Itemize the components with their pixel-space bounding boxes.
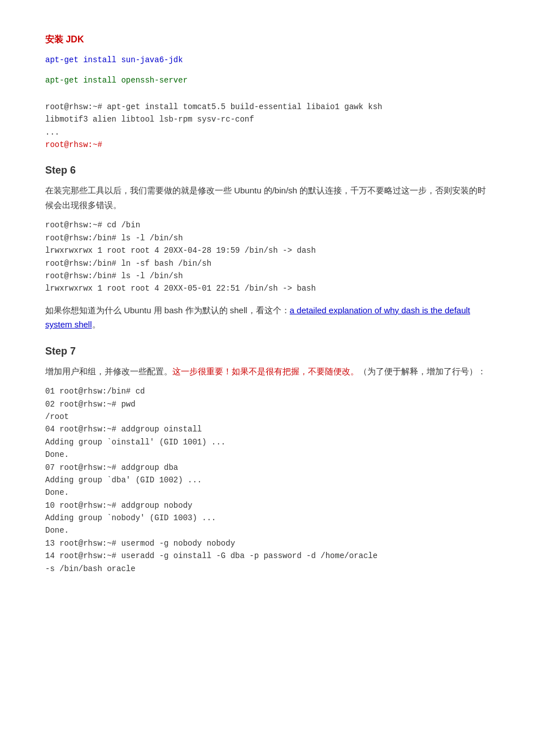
step7-para: 增加用户和组，并修改一些配置。这一步很重要！如果不是很有把握，不要随便改。（为了… [45, 364, 489, 379]
jdk-cmd2: apt-get install openssh-server [45, 76, 188, 85]
jdk-cmd2-block: apt-get install openssh-server [45, 74, 489, 87]
step7-line: Adding group `dba' (GID 1002) ... [45, 474, 489, 486]
step6-para2: 如果你想知道为什么 Ubuntu 用 bash 作为默认的 shell，看这个：… [45, 303, 489, 332]
step7-line: 04 root@rhsw:~# addgroup oinstall [45, 423, 489, 435]
step7-line: 02 root@rhsw:~# pwd [45, 398, 489, 411]
jdk-section: 安装 JDK apt-get install sun-java6-jdk apt… [45, 34, 489, 87]
step7-para-suffix: （为了便于解释，增加了行号）： [359, 366, 486, 376]
step7-line: -s /bin/bash oracle [45, 563, 489, 575]
step6-para1: 在装完那些工具以后，我们需要做的就是修改一些 Ubuntu 的/bin/sh 的… [45, 183, 489, 212]
step6-cmd5: root@rhsw:/bin# ls -l /bin/sh [45, 270, 489, 282]
step6-cmd4: root@rhsw:/bin# ln -sf bash /bin/sh [45, 257, 489, 270]
step6-cmd3: lrwxrwxrwx 1 root root 4 20XX-04-28 19:5… [45, 244, 489, 257]
step7-code-block: 01 root@rhsw:/bin# cd02 root@rhsw:~# pwd… [45, 385, 489, 575]
step7-section: Step 7 增加用户和组，并修改一些配置。这一步很重要！如果不是很有把握，不要… [45, 345, 489, 575]
step7-line: Done. [45, 486, 489, 499]
step7-line: /root [45, 411, 489, 423]
step7-line: 13 root@rhsw:~# usermod -g nobody nobody [45, 537, 489, 550]
step7-para-prefix: 增加用户和组，并修改一些配置。 [45, 366, 172, 376]
step7-line: Done. [45, 448, 489, 461]
step6-cmd6: lrwxrwxrwx 1 root root 4 20XX-05-01 22:5… [45, 282, 489, 295]
tomcat-cmd3: ... [45, 126, 489, 139]
step7-line: Adding group `oinstall' (GID 1001) ... [45, 436, 489, 448]
jdk-heading: 安装 JDK [45, 34, 489, 46]
tomcat-cmd1: root@rhsw:~# apt-get install tomcat5.5 b… [45, 101, 489, 113]
step7-line: Done. [45, 524, 489, 537]
step7-line: 07 root@rhsw:~# addgroup dba [45, 461, 489, 474]
step6-code-block: root@rhsw:~# cd /bin root@rhsw:/bin# ls … [45, 219, 489, 295]
tomcat-cmd4: root@rhsw:~# [45, 139, 489, 151]
step6-cmd2: root@rhsw:/bin# ls -l /bin/sh [45, 232, 489, 244]
step6-cmd1: root@rhsw:~# cd /bin [45, 219, 489, 231]
step7-line: Adding group `nobody' (GID 1003) ... [45, 512, 489, 524]
step6-para2-suffix: 。 [92, 319, 101, 329]
step6-section: Step 6 在装完那些工具以后，我们需要做的就是修改一些 Ubuntu 的/b… [45, 165, 489, 331]
step7-heading: Step 7 [45, 345, 489, 357]
tomcat-section: root@rhsw:~# apt-get install tomcat5.5 b… [45, 101, 489, 152]
tomcat-cmd2: libmotif3 alien libtool lsb-rpm sysv-rc-… [45, 113, 489, 126]
step7-line: 01 root@rhsw:/bin# cd [45, 385, 489, 398]
tomcat-block: root@rhsw:~# apt-get install tomcat5.5 b… [45, 101, 489, 152]
step7-para-red: 这一步很重要！如果不是很有把握，不要随便改。 [172, 366, 359, 376]
jdk-cmd1: apt-get install sun-java6-jdk [45, 55, 183, 64]
jdk-cmd1-block: apt-get install sun-java6-jdk [45, 54, 489, 66]
step7-line: 14 root@rhsw:~# useradd -g oinstall -G d… [45, 550, 489, 562]
step7-line: 10 root@rhsw:~# addgroup nobody [45, 499, 489, 512]
step6-heading: Step 6 [45, 165, 489, 176]
step6-para2-prefix: 如果你想知道为什么 Ubuntu 用 bash 作为默认的 shell，看这个： [45, 305, 290, 315]
